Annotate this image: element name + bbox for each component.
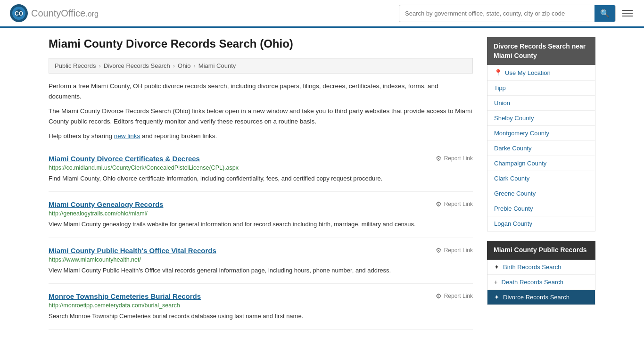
record-icon-2: ✦ xyxy=(494,294,499,301)
sidebar-nearby-header: Divorce Records Search near Miami County xyxy=(487,37,595,65)
intro3-pre: Help others by sharing xyxy=(49,132,114,140)
breadcrumb-public-records[interactable]: Public Records xyxy=(55,62,96,69)
location-pin-icon: 📍 xyxy=(494,69,502,76)
result-url-2[interactable]: https://www.miamicountyhealth.net/ xyxy=(49,256,473,263)
sidebar-nearby-list: 📍 Use My Location TippUnionShelby County… xyxy=(487,65,595,231)
breadcrumb-ohio[interactable]: Ohio xyxy=(178,62,190,69)
record-link-2[interactable]: Divorce Records Search xyxy=(503,294,570,301)
sidebar-nearby-item-3[interactable]: Montgomery County xyxy=(487,126,595,141)
breadcrumb-sep-1: › xyxy=(99,62,100,69)
nearby-link-5[interactable]: Champaign County xyxy=(494,160,546,167)
menu-line-2 xyxy=(622,13,633,14)
nearby-link-8[interactable]: Preble County xyxy=(494,205,533,212)
intro-paragraph-3: Help others by sharing new links and rep… xyxy=(49,131,473,141)
result-item-2: Miami County Public Health's Office Vita… xyxy=(49,238,473,284)
sidebar-record-item-2[interactable]: ✦ Divorce Records Search xyxy=(487,290,595,304)
result-item-3: Monroe Township Cemeteries Burial Record… xyxy=(49,284,473,330)
site-header: CO CountyOffice.org 🔍 xyxy=(0,0,644,28)
main-container: Miami County Divorce Records Search (Ohi… xyxy=(39,28,605,339)
report-icon-3: ⚙ xyxy=(436,292,442,300)
breadcrumb-sep-2: › xyxy=(173,62,175,69)
record-link-0[interactable]: Birth Records Search xyxy=(503,263,561,271)
breadcrumb-sep-3: › xyxy=(193,62,195,69)
sidebar-nearby-links-container: TippUnionShelby CountyMontgomery CountyD… xyxy=(487,81,595,231)
search-input[interactable] xyxy=(399,6,594,21)
content-area: Miami County Divorce Records Search (Ohi… xyxy=(49,37,473,330)
sidebar-nearby-item-9[interactable]: Logan County xyxy=(487,216,595,231)
report-icon-0: ⚙ xyxy=(436,155,442,162)
result-title-1[interactable]: Miami County Genealogy Records xyxy=(49,200,163,208)
sidebar-nearby-item-7[interactable]: Greene County xyxy=(487,186,595,201)
sidebar-nearby-item-1[interactable]: Union xyxy=(487,96,595,111)
intro-paragraph-2: The Miami County Divorce Records Search … xyxy=(49,106,473,126)
result-title-3[interactable]: Monroe Township Cemeteries Burial Record… xyxy=(49,292,201,300)
breadcrumb-divorce-records[interactable]: Divorce Records Search xyxy=(104,62,170,69)
header-right: 🔍 xyxy=(399,5,635,22)
sidebar-public-records-section: Miami County Public Records ✦ Birth Reco… xyxy=(487,241,595,305)
sidebar-nearby-item-6[interactable]: Clark County xyxy=(487,171,595,186)
nearby-link-2[interactable]: Shelby County xyxy=(494,115,534,122)
sidebar: Divorce Records Search near Miami County… xyxy=(487,37,595,330)
report-link-1[interactable]: ⚙ Report Link xyxy=(436,200,473,208)
search-button[interactable]: 🔍 xyxy=(594,5,615,22)
sidebar-item-use-location[interactable]: 📍 Use My Location xyxy=(487,65,595,81)
sidebar-nearby-item-4[interactable]: Darke County xyxy=(487,141,595,156)
result-url-3[interactable]: http://monroetipp.cemeterydata.com/buria… xyxy=(49,302,473,309)
sidebar-public-records-header: Miami County Public Records xyxy=(487,241,595,260)
result-item-0: Miami County Divorce Certificates & Decr… xyxy=(49,146,473,192)
svg-text:CO: CO xyxy=(15,10,23,17)
logo-name: CountyOffice xyxy=(31,8,85,18)
report-label-1: Report Link xyxy=(444,201,473,207)
result-header-1: Miami County Genealogy Records ⚙ Report … xyxy=(49,200,473,208)
nearby-link-0[interactable]: Tipp xyxy=(494,84,506,91)
result-desc-3: Search Monroe Township Cemeteries burial… xyxy=(49,312,473,321)
breadcrumb-miami-county: Miami County xyxy=(198,62,236,69)
menu-line-1 xyxy=(622,10,633,11)
nearby-link-4[interactable]: Darke County xyxy=(494,145,531,152)
sidebar-nearby-section: Divorce Records Search near Miami County… xyxy=(487,37,595,231)
record-link-1[interactable]: Death Records Search xyxy=(502,279,564,286)
report-link-3[interactable]: ⚙ Report Link xyxy=(436,292,473,300)
report-link-0[interactable]: ⚙ Report Link xyxy=(436,155,473,162)
sidebar-record-item-1[interactable]: + Death Records Search xyxy=(487,275,595,290)
sidebar-record-item-0[interactable]: ✦ Birth Records Search xyxy=(487,260,595,275)
use-my-location-link[interactable]: Use My Location xyxy=(505,69,551,76)
sidebar-nearby-item-5[interactable]: Champaign County xyxy=(487,156,595,171)
page-title: Miami County Divorce Records Search (Ohi… xyxy=(49,37,473,50)
nearby-link-3[interactable]: Montgomery County xyxy=(494,130,549,137)
result-title-2[interactable]: Miami County Public Health's Office Vita… xyxy=(49,247,216,255)
results-list: Miami County Divorce Certificates & Decr… xyxy=(49,146,473,330)
record-icon-1: + xyxy=(494,279,498,286)
sidebar-nearby-item-8[interactable]: Preble County xyxy=(487,201,595,216)
result-desc-1: View Miami County genealogy trails websi… xyxy=(49,220,473,229)
result-header-3: Monroe Township Cemeteries Burial Record… xyxy=(49,292,473,300)
intro3-post: and reporting broken links. xyxy=(140,132,217,140)
result-url-1[interactable]: http://genealogytrails.com/ohio/miami/ xyxy=(49,210,473,217)
nearby-link-1[interactable]: Union xyxy=(494,99,510,107)
nearby-link-9[interactable]: Logan County xyxy=(494,220,532,227)
result-header-2: Miami County Public Health's Office Vita… xyxy=(49,247,473,255)
logo-org: .org xyxy=(85,10,99,18)
result-title-0[interactable]: Miami County Divorce Certificates & Decr… xyxy=(49,155,200,163)
search-bar: 🔍 xyxy=(399,5,616,22)
menu-button[interactable] xyxy=(620,8,635,18)
nearby-link-7[interactable]: Greene County xyxy=(494,190,536,197)
result-url-0[interactable]: https://co.midland.mi.us/CountyClerk/Con… xyxy=(49,165,473,171)
report-label-0: Report Link xyxy=(444,155,473,162)
result-desc-0: Find Miami County, Ohio divorce certific… xyxy=(49,174,473,183)
intro-paragraph-1: Perform a free Miami County, OH public d… xyxy=(49,81,473,101)
report-link-2[interactable]: ⚙ Report Link xyxy=(436,247,473,254)
new-links-link[interactable]: new links xyxy=(114,132,140,140)
report-label-2: Report Link xyxy=(444,247,473,254)
report-icon-2: ⚙ xyxy=(436,247,442,254)
result-desc-2: View Miami County Public Health's Office… xyxy=(49,266,473,275)
menu-line-3 xyxy=(622,16,633,16)
sidebar-nearby-item-0[interactable]: Tipp xyxy=(487,81,595,96)
site-logo-icon: CO xyxy=(9,4,28,23)
sidebar-public-records-list: ✦ Birth Records Search + Death Records S… xyxy=(487,260,595,305)
logo-area: CO CountyOffice.org xyxy=(9,4,99,23)
result-header-0: Miami County Divorce Certificates & Decr… xyxy=(49,155,473,163)
nearby-link-6[interactable]: Clark County xyxy=(494,175,529,182)
sidebar-nearby-item-2[interactable]: Shelby County xyxy=(487,111,595,126)
report-icon-1: ⚙ xyxy=(436,200,442,208)
